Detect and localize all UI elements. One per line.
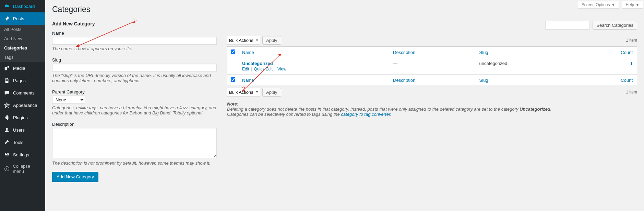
description-textarea[interactable] <box>52 128 217 158</box>
main-content: Screen Options ▼ Help ▼ Categories Add N… <box>45 0 644 196</box>
tools-icon <box>3 139 10 146</box>
category-tag-converter-link[interactable]: category to tag converter <box>341 112 390 117</box>
help-label: Help <box>625 2 634 7</box>
parent-description: Categories, unlike tags, can have a hier… <box>52 105 217 115</box>
sidebar-item-tools[interactable]: Tools <box>0 136 45 148</box>
note-line1c: . <box>550 107 552 112</box>
col-count: Count <box>579 47 637 58</box>
category-description: — <box>390 58 476 75</box>
apply-button-top[interactable]: Apply <box>262 36 281 45</box>
categories-list-panel: Search Categories Bulk Actions Apply 1 i… <box>227 21 637 182</box>
add-category-form: Add New Category Name The name is how it… <box>52 21 217 182</box>
chevron-down-icon: ▼ <box>635 2 640 7</box>
sidebar-item-comments[interactable]: Comments <box>0 87 45 99</box>
bulk-actions-select-top[interactable]: Bulk Actions <box>227 36 260 45</box>
col-count-foot: Count <box>579 75 637 86</box>
collapse-menu[interactable]: Collapse menu <box>0 161 45 177</box>
sidebar-label: Posts <box>13 16 24 21</box>
sidebar-label: Pages <box>13 78 26 83</box>
apply-button-bottom[interactable]: Apply <box>262 88 281 97</box>
description-description: The description is not prominent by defa… <box>52 160 217 166</box>
bulk-actions-select-bottom[interactable]: Bulk Actions <box>227 88 260 97</box>
sidebar-item-media[interactable]: Media <box>0 62 45 74</box>
sidebar-item-posts[interactable]: Posts <box>0 12 45 25</box>
sidebar-sub-tags[interactable]: Tags <box>0 53 45 62</box>
name-label: Name <box>52 31 217 36</box>
select-all-top[interactable] <box>231 49 235 54</box>
sidebar-label: Dashboard <box>13 4 35 9</box>
name-input[interactable] <box>52 37 217 45</box>
category-slug: uncategorized <box>476 58 579 75</box>
add-category-button[interactable]: Add New Category <box>52 172 98 182</box>
note-line2b: . <box>390 112 392 117</box>
page-title: Categories <box>52 5 637 14</box>
sidebar-label: Appearance <box>13 103 37 108</box>
categories-table: Name Description Slug Count Uncategorize… <box>227 46 637 86</box>
slug-description: The "slug" is the URL-friendly version o… <box>52 73 217 83</box>
col-name: Name <box>239 47 390 58</box>
quick-edit-link[interactable]: Quick Edit <box>254 67 273 71</box>
sidebar-label: Users <box>13 127 25 133</box>
sidebar-item-settings[interactable]: Settings <box>0 148 45 161</box>
table-row: Uncategorized Edit | Quick Edit | View —… <box>227 58 637 75</box>
items-count-top: 1 item <box>626 38 637 43</box>
comments-icon <box>3 89 10 96</box>
posts-submenu: All Posts Add New Categories Tags <box>0 25 45 62</box>
parent-select[interactable]: None <box>52 96 85 104</box>
sidebar-sub-all-posts[interactable]: All Posts <box>0 25 45 34</box>
slug-input[interactable] <box>52 64 217 71</box>
select-all-bottom[interactable] <box>231 77 235 82</box>
sidebar-label: Plugins <box>13 115 28 120</box>
plugins-icon <box>3 114 10 121</box>
search-input[interactable] <box>545 21 590 30</box>
col-slug-foot: Slug <box>476 75 579 86</box>
note-line2a: Categories can be selectively converted … <box>227 112 341 117</box>
category-name-link[interactable]: Uncategorized <box>242 61 273 66</box>
category-count-link[interactable]: 1 <box>630 61 633 66</box>
dashboard-icon <box>3 3 10 10</box>
sidebar-label: Tools <box>13 140 23 145</box>
note-line1a: Deleting a category does not delete the … <box>227 107 520 112</box>
name-description: The name is how it appears on your site. <box>52 46 217 51</box>
sidebar-label: Comments <box>13 90 35 96</box>
screen-meta: Screen Options ▼ Help ▼ <box>577 0 644 10</box>
view-link[interactable]: View <box>277 67 286 71</box>
collapse-icon <box>3 165 10 172</box>
note-block: Note: Deleting a category does not delet… <box>227 101 637 117</box>
sidebar-sub-add-new[interactable]: Add New <box>0 34 45 43</box>
help-button[interactable]: Help ▼ <box>622 1 643 9</box>
collapse-label: Collapse menu <box>13 164 42 174</box>
chevron-down-icon: ▼ <box>611 2 616 7</box>
sidebar-sub-categories[interactable]: Categories <box>0 43 45 53</box>
col-name-foot: Name <box>239 75 390 86</box>
sidebar-item-users[interactable]: Users <box>0 124 45 136</box>
sidebar-item-plugins[interactable]: Plugins <box>0 111 45 124</box>
edit-link[interactable]: Edit <box>242 67 249 71</box>
pages-icon <box>3 77 10 84</box>
parent-label: Parent Category <box>52 89 217 95</box>
note-label: Note: <box>227 101 238 107</box>
screen-options-label: Screen Options <box>582 2 610 7</box>
screen-options-button[interactable]: Screen Options ▼ <box>578 1 619 9</box>
sidebar-label: Media <box>13 66 25 71</box>
admin-sidebar: Dashboard Posts All Posts Add New Catego… <box>0 0 45 196</box>
items-count-bottom: 1 item <box>626 90 637 95</box>
sidebar-item-pages[interactable]: Pages <box>0 74 45 87</box>
appearance-icon <box>3 102 10 109</box>
col-description: Description <box>390 47 476 58</box>
pin-icon <box>3 15 10 22</box>
sidebar-item-appearance[interactable]: Appearance <box>0 99 45 111</box>
note-uncategorized: Uncategorized <box>520 107 550 112</box>
description-label: Description <box>52 122 217 127</box>
search-categories-button[interactable]: Search Categories <box>593 21 637 30</box>
form-heading: Add New Category <box>52 21 217 26</box>
sidebar-label: Settings <box>13 152 29 157</box>
row-actions: Edit | Quick Edit | View <box>242 67 386 71</box>
users-icon <box>3 126 10 133</box>
sidebar-item-dashboard[interactable]: Dashboard <box>0 0 45 12</box>
settings-icon <box>3 151 10 158</box>
slug-label: Slug <box>52 57 217 63</box>
svg-point-0 <box>4 167 9 171</box>
col-slug: Slug <box>476 47 579 58</box>
media-icon <box>3 65 10 71</box>
